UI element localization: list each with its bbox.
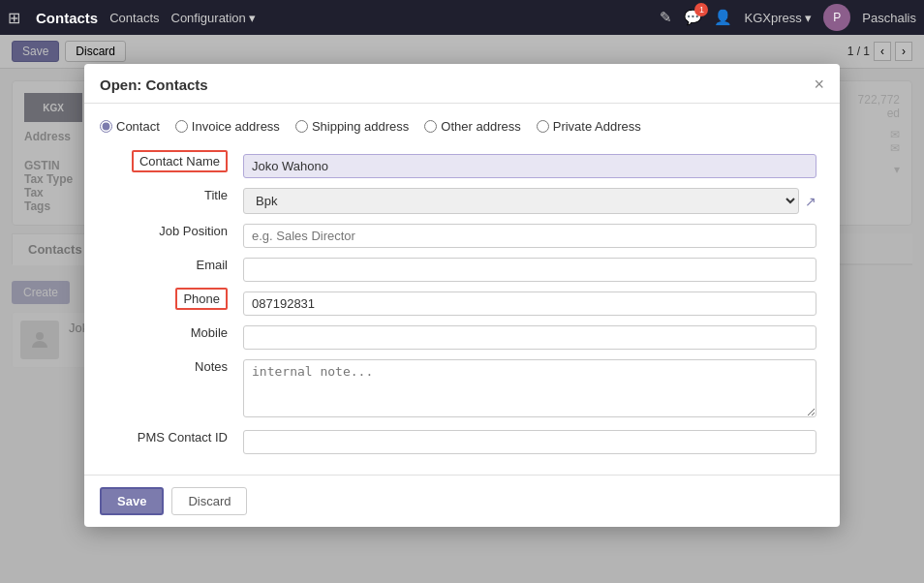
- phone-label: Phone: [100, 287, 235, 321]
- nav-configuration[interactable]: Configuration ▾: [171, 11, 257, 25]
- form-row-email: Email: [100, 253, 824, 287]
- avatar[interactable]: P: [823, 4, 850, 31]
- topbar-right: ✎ 💬 1 👤 KGXpress ▾ P Paschalis: [660, 4, 916, 31]
- title-label: Title: [100, 183, 235, 219]
- email-input[interactable]: [243, 258, 816, 282]
- modal-header: Open: Contacts ×: [84, 64, 840, 104]
- mobile-field[interactable]: [235, 321, 824, 354]
- app-grid-icon[interactable]: ⊞: [8, 9, 20, 27]
- radio-private-address[interactable]: Private Address: [537, 119, 641, 134]
- job-position-label: Job Position: [100, 219, 235, 253]
- activity-icon[interactable]: 👤: [714, 9, 732, 26]
- topbar: ⊞ Contacts Contacts Configuration ▾ ✎ 💬 …: [0, 0, 924, 35]
- chat-icon[interactable]: ✎: [660, 9, 672, 26]
- form-row-mobile: Mobile: [100, 321, 824, 354]
- modal-close-button[interactable]: ×: [814, 76, 824, 93]
- form-row-title: Title Bpk Mr. Mrs. Dr. Prof. ↗: [100, 183, 824, 219]
- phone-field[interactable]: [235, 287, 824, 321]
- contact-name-input[interactable]: [243, 154, 816, 178]
- contact-name-label: Contact Name: [100, 149, 235, 183]
- modal-footer: Save Discard: [84, 475, 840, 527]
- modal-body: Contact Invoice address Shipping address…: [84, 104, 840, 475]
- modal-overlay: Open: Contacts × Contact Invoice address: [0, 35, 924, 583]
- form-row-job-position: Job Position: [100, 219, 824, 253]
- external-link-icon[interactable]: ↗: [805, 194, 816, 209]
- form-row-contact-name: Contact Name: [100, 149, 824, 183]
- avatar-name: Paschalis: [862, 11, 916, 25]
- nav-contacts[interactable]: Contacts: [109, 11, 159, 25]
- email-label: Email: [100, 253, 235, 287]
- radio-contact[interactable]: Contact: [100, 119, 160, 134]
- notes-field[interactable]: [235, 354, 824, 425]
- modal-dialog: Open: Contacts × Contact Invoice address: [84, 64, 840, 527]
- pms-field[interactable]: [235, 425, 824, 459]
- modal-save-button[interactable]: Save: [100, 487, 164, 515]
- radio-shipping-address[interactable]: Shipping address: [295, 119, 409, 134]
- user-menu[interactable]: KGXpress ▾: [744, 11, 812, 25]
- title-field[interactable]: Bpk Mr. Mrs. Dr. Prof. ↗: [235, 183, 824, 219]
- page: Save Discard 1 / 1 ‹ › KGX Address: [0, 35, 924, 583]
- mobile-label: Mobile: [100, 321, 235, 354]
- modal-title: Open: Contacts: [100, 77, 208, 93]
- app-title: Contacts: [36, 10, 98, 26]
- contact-name-field[interactable]: [235, 149, 824, 183]
- notes-label: Notes: [100, 354, 235, 425]
- form-row-notes: Notes: [100, 354, 824, 425]
- modal-discard-button[interactable]: Discard: [171, 487, 247, 515]
- form-row-phone: Phone: [100, 287, 824, 321]
- pms-input[interactable]: [243, 430, 816, 454]
- form-row-pms: PMS Contact ID: [100, 425, 824, 459]
- message-icon[interactable]: 💬 1: [684, 9, 702, 26]
- mobile-input[interactable]: [243, 325, 816, 350]
- email-field[interactable]: [235, 253, 824, 287]
- phone-input[interactable]: [243, 292, 816, 316]
- radio-other-address[interactable]: Other address: [424, 119, 520, 134]
- radio-invoice-address[interactable]: Invoice address: [175, 119, 280, 134]
- job-position-field[interactable]: [235, 219, 824, 253]
- pms-label: PMS Contact ID: [100, 425, 235, 459]
- title-select[interactable]: Bpk Mr. Mrs. Dr. Prof.: [243, 188, 799, 214]
- address-type-radio-group: Contact Invoice address Shipping address…: [100, 119, 824, 134]
- notes-textarea[interactable]: [243, 359, 816, 417]
- contact-form: Contact Name Title Bpk Mr.: [100, 149, 824, 459]
- job-position-input[interactable]: [243, 224, 816, 248]
